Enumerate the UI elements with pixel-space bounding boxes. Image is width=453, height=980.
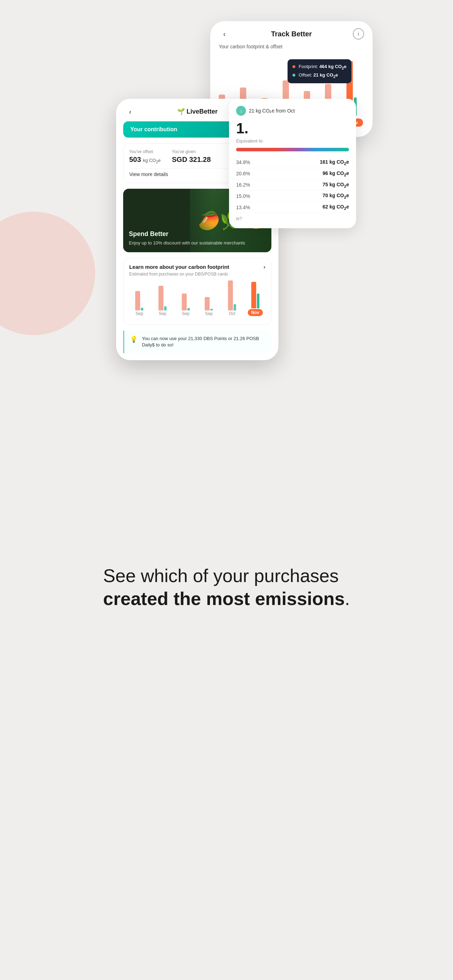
banner-desc: Enjoy up to 10% discount with our sustai… <box>129 240 245 246</box>
offset-text: 21 kg CO₂e from Oct <box>249 108 295 114</box>
breakdown-pct-1: 34.8% <box>236 159 254 165</box>
s-bar-f-3 <box>182 294 187 310</box>
bottom-line2: created the most emissions. <box>103 587 350 610</box>
s-label-2: Sep <box>159 311 166 316</box>
s-bar-o-4 <box>211 309 213 310</box>
breakdown-kg-4: 70 kg CO2e <box>323 192 349 199</box>
livebetter-back-button[interactable]: ‹ <box>124 106 136 117</box>
s-bars-2 <box>158 286 167 310</box>
bottom-line1: See which of your purchases <box>103 565 350 587</box>
offset-value: 503 kg CO2e <box>129 156 161 164</box>
breakdown-offset-row: ↓ 21 kg CO₂e from Oct <box>236 106 349 116</box>
banner-content: Spend Better Enjoy up to 10% discount wi… <box>123 225 251 252</box>
breakdown-pct-2: 20.6% <box>236 171 254 177</box>
bottom-text-section: See which of your purchases created the … <box>82 536 371 632</box>
track-better-title: Track Better <box>271 30 312 38</box>
s-group-4: Sep <box>199 297 219 316</box>
s-bar-o-1 <box>141 308 144 310</box>
breakdown-row-4: 15.0% 70 kg CO2e <box>236 191 349 202</box>
footprint-dot <box>292 65 295 68</box>
back-button[interactable]: ‹ <box>219 28 230 40</box>
tooltip-footprint: Footprint: 464 kg CO2e <box>292 63 347 71</box>
s-group-6-active: Nov <box>245 282 265 316</box>
breakdown-kg-2: 96 kg CO2e <box>323 170 349 177</box>
breakdown-pct-4: 15.0% <box>236 193 254 199</box>
s-bars-5 <box>228 280 236 310</box>
carbon-chevron-icon: › <box>264 264 265 270</box>
breakdown-question: is? <box>236 216 349 221</box>
s-bar-o-5 <box>234 304 236 310</box>
leaf-icon: 🌱 <box>177 108 185 115</box>
breakdown-kg-3: 75 kg CO2e <box>323 182 349 188</box>
breakdown-panel: ↓ 21 kg CO₂e from Oct 1. Equivalent to 3… <box>229 99 356 228</box>
breakdown-row-2: 20.6% 96 kg CO2e <box>236 168 349 180</box>
offset-dot <box>292 74 295 76</box>
given-label: You've given <box>172 149 211 154</box>
phones-container: ‹ Track Better i Your carbon footprint &… <box>0 0 453 529</box>
breakdown-row-3: 16.2% 75 kg CO2e <box>236 180 349 191</box>
s-bar-f-6 <box>251 282 256 308</box>
tip-text: You can now use your 21,330 DBS Points o… <box>142 336 265 348</box>
s-bar-f-1 <box>135 291 140 310</box>
breakdown-kg-5: 62 kg CO2e <box>323 204 349 211</box>
s-bar-f-4 <box>205 297 210 310</box>
s-bars-3 <box>182 294 190 310</box>
s-label-5: Oct <box>229 311 235 316</box>
offset-label: You've offset <box>129 149 161 154</box>
given-item: You've given SGD 321.28 <box>172 149 211 164</box>
carbon-subtitle: Estimated from purchases on your DBS/POS… <box>129 272 265 277</box>
track-better-header: ‹ Track Better i <box>210 21 373 44</box>
s-bars-6 <box>251 282 259 308</box>
banner-title: Spend Better <box>129 231 245 238</box>
carbon-header: Learn more about your carbon footprint › <box>129 264 265 270</box>
carbon-title: Learn more about your carbon footprint <box>129 264 229 270</box>
s-label-3: Sep <box>182 311 189 316</box>
breakdown-row-5: 13.4% 62 kg CO2e <box>236 202 349 213</box>
s-bar-o-3 <box>188 308 190 310</box>
s-bar-o-2 <box>164 306 167 310</box>
tip-section: 💡 You can now use your 21,330 DBS Points… <box>123 331 271 353</box>
breakdown-color-bar <box>236 148 349 151</box>
track-better-subtitle: Your carbon footprint & offset <box>210 44 373 52</box>
s-bars-4 <box>205 297 213 310</box>
breakdown-total: 1. <box>236 120 349 137</box>
chart-tooltip: Footprint: 464 kg CO2e Offset: 21 kg CO2… <box>288 59 351 83</box>
s-bar-f-2 <box>158 286 163 310</box>
livebetter-logo: 🌱 LiveBetter <box>177 108 218 115</box>
s-label-6-active: Nov <box>248 309 263 316</box>
s-label-4: Sep <box>205 311 212 316</box>
breakdown-equiv: Equivalent to <box>236 138 349 143</box>
breakdown-pct-5: 13.4% <box>236 205 254 210</box>
s-group-5: Oct <box>222 280 242 316</box>
s-bar-o-6 <box>257 294 259 308</box>
carbon-section[interactable]: Learn more about your carbon footprint ›… <box>123 258 271 325</box>
breakdown-row-1: 34.8% 161 kg CO2e <box>236 157 349 168</box>
breakdown-pct-3: 16.2% <box>236 182 254 188</box>
given-value: SGD 321.28 <box>172 156 211 164</box>
s-group-3: Sep <box>176 294 196 316</box>
s-bar-f-5 <box>228 280 233 310</box>
tooltip-offset: Offset: 21 kg CO2e <box>292 71 347 80</box>
info-button[interactable]: i <box>353 28 364 40</box>
s-bars-1 <box>135 291 144 310</box>
small-chart: Sep Sep Sep <box>129 281 265 316</box>
tip-lightbulb-icon: 💡 <box>130 336 138 343</box>
breakdown-kg-1: 161 kg CO2e <box>319 159 349 166</box>
s-group-2: Sep <box>153 286 173 316</box>
page-wrapper: ‹ Track Better i Your carbon footprint &… <box>0 0 453 980</box>
offset-down-icon: ↓ <box>236 106 246 116</box>
offset-item: You've offset 503 kg CO2e <box>129 149 161 164</box>
s-group-1: Sep <box>129 291 149 316</box>
s-label-1: Sep <box>135 311 143 316</box>
